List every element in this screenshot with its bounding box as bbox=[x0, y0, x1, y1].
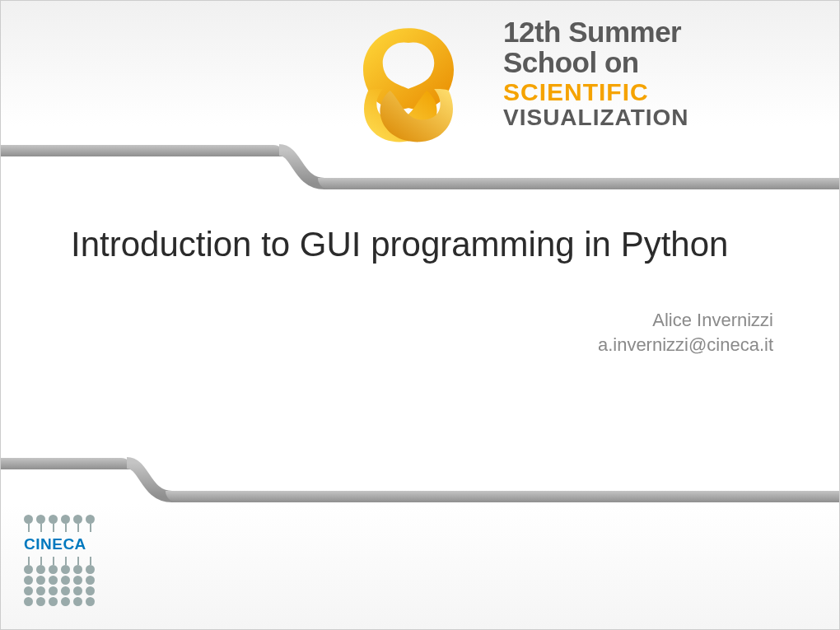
slide-title: Introduction to GUI programming in Pytho… bbox=[71, 223, 773, 267]
author-email: a.invernizzi@cineca.it bbox=[71, 333, 773, 358]
divider-band-bottom bbox=[1, 458, 839, 469]
author-name: Alice Invernizzi bbox=[71, 308, 773, 334]
event-line-4: VISUALIZATION bbox=[503, 105, 689, 131]
slide-header: 12th Summer School on SCIENTIFIC VISUALI… bbox=[1, 1, 839, 198]
event-line-1: 12th Summer bbox=[503, 17, 689, 48]
event-line-3: SCIENTIFIC bbox=[503, 78, 689, 105]
event-line-2: School on bbox=[503, 48, 689, 78]
abacus-icon bbox=[24, 515, 95, 532]
cineca-name: CINECA bbox=[24, 535, 95, 553]
trefoil-knot-icon bbox=[334, 17, 483, 149]
event-branding: 12th Summer School on SCIENTIFIC VISUALI… bbox=[334, 17, 689, 149]
abacus-icon-bottom bbox=[24, 557, 95, 606]
divider-band-top bbox=[1, 145, 839, 156]
cineca-logo: CINECA bbox=[24, 515, 95, 606]
slide-content: Introduction to GUI programming in Pytho… bbox=[71, 223, 773, 358]
event-title: 12th Summer School on SCIENTIFIC VISUALI… bbox=[503, 17, 689, 130]
